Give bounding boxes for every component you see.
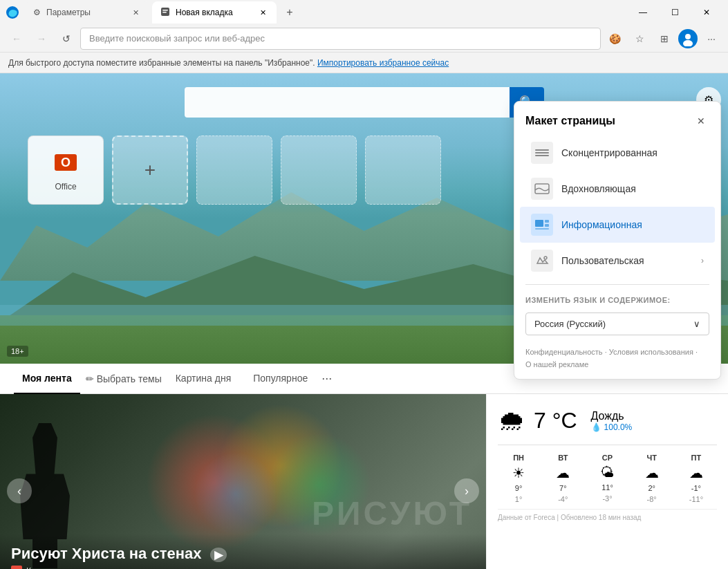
precip-icon: 💧 <box>591 422 601 432</box>
weather-temp: 7 °C <box>534 408 577 433</box>
weather-description: Дождь 💧 100.0% <box>591 410 633 432</box>
privacy-link[interactable]: Конфиденциальность <box>525 348 603 356</box>
panel-item-informational[interactable]: Информационная <box>520 207 715 243</box>
svg-rect-8 <box>535 149 549 151</box>
article-source: КП Комсомольская правда <box>11 566 475 569</box>
search-input[interactable] <box>185 87 510 118</box>
close-button[interactable]: ✕ <box>691 1 722 24</box>
language-section-title: ИЗМЕНИТЬ ЯЗЫК И СОДЕРЖИМОЕ: <box>514 290 720 307</box>
play-icon[interactable]: ▶ <box>210 548 227 562</box>
panel-footer: Конфиденциальность · Условия использован… <box>514 341 720 379</box>
layout-panel: Макет страницы ✕ Сконцентрированная Вдох… <box>514 101 721 380</box>
window-controls: — ☐ ✕ <box>627 1 722 24</box>
panel-item-inspiring[interactable]: Вдохновляющая <box>520 171 715 207</box>
settings-tab-icon: ⚙ <box>33 8 41 17</box>
news-area: РИСУЮТ Рисуют Христа на стенах ▶ КП Комс… <box>0 394 728 569</box>
browser-icon <box>6 6 19 19</box>
tab-daily-pic[interactable]: Картина дня <box>167 364 240 394</box>
language-dropdown[interactable]: Россия (Русский) ∨ <box>525 313 709 335</box>
main-article[interactable]: РИСУЮТ Рисуют Христа на стенах ▶ КП Комс… <box>0 394 486 569</box>
custom-icon <box>531 250 553 272</box>
custom-label: Пользовательская <box>561 255 693 266</box>
settings-tab-close[interactable]: ✕ <box>130 7 141 18</box>
sidebar-icon[interactable]: ⊞ <box>653 28 675 50</box>
tab-newtab[interactable]: Новая вкладка ✕ <box>152 1 277 24</box>
forecast-tue: ВТ ☁ 7° -4° <box>542 454 584 503</box>
newtab-tab-icon <box>160 7 170 19</box>
quick-link-empty-2 <box>281 136 357 205</box>
weather-icon: 🌧 <box>498 405 525 436</box>
language-selected: Россия (Русский) <box>534 319 606 329</box>
focused-icon <box>531 142 553 164</box>
profile-avatar[interactable] <box>678 29 698 48</box>
svg-point-16 <box>544 256 547 259</box>
quick-links: O Office + <box>28 136 441 205</box>
forward-button[interactable]: → <box>30 28 53 50</box>
office-link-label: Office <box>55 182 76 192</box>
quick-link-add[interactable]: + <box>112 136 188 205</box>
weather-desc-text: Дождь <box>591 410 633 422</box>
article-next-button[interactable]: › <box>454 478 479 503</box>
inspiring-label: Вдохновляющая <box>561 183 704 194</box>
more-options-icon[interactable]: ··· <box>700 28 722 50</box>
address-input[interactable]: Введите поисковый запрос или веб-адрес <box>80 28 601 50</box>
refresh-button[interactable]: ↺ <box>55 28 77 50</box>
forecast-mon: ПН ☀ 9° 1° <box>498 454 539 503</box>
new-tab-button[interactable]: + <box>279 2 300 23</box>
terms-link[interactable]: Условия использования <box>609 348 693 356</box>
article-overlay: Рисуют Христа на стенах ▶ КП Комсомольск… <box>0 534 486 569</box>
back-button[interactable]: ← <box>6 28 28 50</box>
age-badge: 18+ <box>7 346 28 357</box>
forecast-wed: СР 🌤 11° -3° <box>586 454 628 503</box>
source-name: Комсомольская правда <box>26 566 116 569</box>
article-watermark: РИСУЮТ <box>312 494 472 532</box>
quick-link-office[interactable]: O Office <box>28 136 104 205</box>
forecast-fri: ПТ ☁ -1° -11° <box>675 454 717 503</box>
article-title: Рисуют Христа на стенах ▶ <box>11 545 475 563</box>
svg-rect-10 <box>535 155 549 156</box>
panel-title: Макет страницы <box>525 115 615 127</box>
svg-rect-2 <box>162 10 168 11</box>
edit-icon: ✏ <box>86 373 94 384</box>
inspiring-icon <box>531 178 553 200</box>
newtab-tab-close[interactable]: ✕ <box>257 7 268 18</box>
panel-close-button[interactable]: ✕ <box>693 113 709 129</box>
informational-label: Информационная <box>561 219 704 230</box>
add-icon: + <box>136 156 164 184</box>
svg-point-4 <box>685 34 691 39</box>
svg-rect-12 <box>535 220 543 227</box>
import-favorites-link[interactable]: Импортировать избранное сейчас <box>317 58 449 68</box>
tab-choose-themes[interactable]: ✏ Выбрать темы <box>86 373 162 384</box>
informational-icon <box>531 214 553 236</box>
browser-chrome: ⚙ Параметры ✕ Новая вкладка ✕ + — ☐ ✕ ← … <box>0 0 728 73</box>
weather-info: 7 °C <box>534 408 577 433</box>
address-bar-row: ← → ↺ Введите поисковый запрос или веб-а… <box>0 25 728 53</box>
favorites-bar: Для быстрого доступа поместите избранные… <box>0 53 728 73</box>
tab-my-feed[interactable]: Моя лента <box>14 364 80 394</box>
panel-item-focused[interactable]: Сконцентрированная <box>520 135 715 171</box>
favorites-icon[interactable]: ☆ <box>628 28 651 50</box>
article-prev-button[interactable]: ‹ <box>7 478 32 503</box>
weather-widget: 🌧 7 °C Дождь 💧 100.0% <box>486 394 728 569</box>
settings-tab-label: Параметры <box>46 8 91 17</box>
more-tabs-button[interactable]: ··· <box>321 371 332 386</box>
address-bar-icons: 🍪 ☆ ⊞ ··· <box>604 28 722 50</box>
advertising-link[interactable]: О нашей рекламе <box>525 360 588 369</box>
svg-text:O: O <box>61 156 71 169</box>
svg-point-5 <box>683 40 693 46</box>
quick-link-empty-3 <box>365 136 441 205</box>
maximize-button[interactable]: ☐ <box>659 1 691 24</box>
page-area: 🔍 ⚙ O Office + <box>0 73 728 569</box>
custom-arrow: › <box>701 256 704 265</box>
tab-settings[interactable]: ⚙ Параметры ✕ <box>25 1 149 24</box>
weather-forecast: ПН ☀ 9° 1° ВТ ☁ 7° -4° СР 🌤 11° <box>498 445 717 503</box>
minimize-button[interactable]: — <box>627 1 659 24</box>
weather-main: 🌧 7 °C Дождь 💧 100.0% <box>498 405 717 436</box>
svg-rect-15 <box>535 228 549 230</box>
title-bar: ⚙ Параметры ✕ Новая вкладка ✕ + — ☐ ✕ <box>0 0 728 25</box>
tab-popular[interactable]: Популярное <box>245 364 316 394</box>
source-icon: КП <box>11 566 22 569</box>
collections-icon[interactable]: 🍪 <box>604 28 626 50</box>
svg-rect-14 <box>545 224 549 227</box>
panel-item-custom[interactable]: Пользовательская › <box>520 243 715 279</box>
